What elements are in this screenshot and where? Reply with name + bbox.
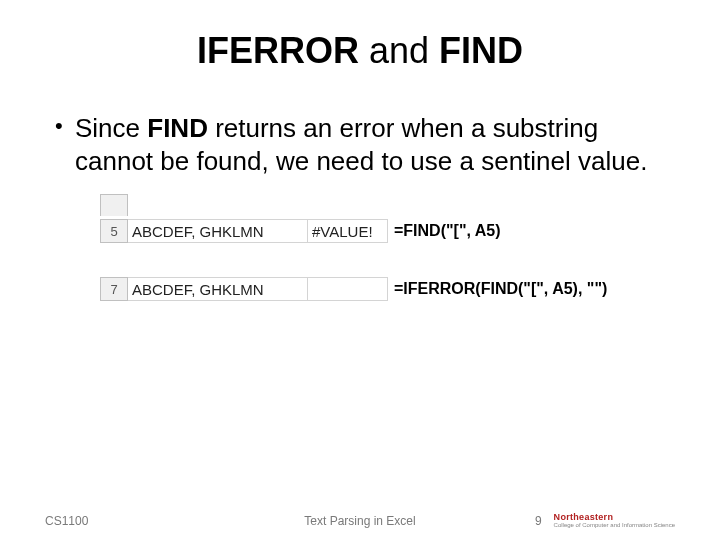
title-bold-2: FIND (439, 30, 523, 71)
cell-b7 (308, 277, 388, 301)
excel-group-1: 5 ABCDEF, GHKLMN #VALUE! =FIND("[", A5) (100, 192, 680, 244)
footer-left: CS1100 (45, 514, 88, 528)
bullet-area: • Since FIND returns an error when a sub… (40, 112, 680, 177)
excel-row-2: 7 ABCDEF, GHKLMN =IFERROR(FIND("[", A5),… (100, 276, 680, 302)
slide: IFERROR and FIND • Since FIND returns an… (0, 0, 720, 540)
excel-row-1: 5 ABCDEF, GHKLMN #VALUE! =FIND("[", A5) (100, 218, 680, 244)
excel-block: 5 ABCDEF, GHKLMN #VALUE! =FIND("[", A5) … (100, 192, 680, 302)
bullet-dot: • (55, 112, 75, 140)
row-number-1: 5 (100, 219, 128, 243)
title-bold-1: IFERROR (197, 30, 359, 71)
logo: Northeastern College of Computer and Inf… (554, 513, 675, 528)
footer-right: 9 Northeastern College of Computer and I… (535, 513, 675, 528)
footer: CS1100 Text Parsing in Excel 9 Northeast… (0, 513, 720, 528)
cell-a7: ABCDEF, GHKLMN (128, 277, 308, 301)
excel-group-2: 7 ABCDEF, GHKLMN =IFERROR(FIND("[", A5),… (100, 276, 680, 302)
corner-cell (100, 194, 128, 216)
page-number: 9 (535, 514, 542, 528)
formula-1: =FIND("[", A5) (394, 222, 501, 240)
row-number-2: 7 (100, 277, 128, 301)
excel-header-row (100, 192, 680, 218)
slide-title: IFERROR and FIND (40, 30, 680, 72)
bullet-pre: Since (75, 113, 147, 143)
cell-b5: #VALUE! (308, 219, 388, 243)
title-mid: and (359, 30, 439, 71)
logo-top: Northeastern (554, 513, 675, 522)
bullet-item: • Since FIND returns an error when a sub… (55, 112, 665, 177)
footer-center: Text Parsing in Excel (304, 514, 415, 528)
logo-bottom: College of Computer and Information Scie… (554, 522, 675, 528)
bullet-bold: FIND (147, 113, 208, 143)
bullet-text: Since FIND returns an error when a subst… (75, 112, 665, 177)
cell-a5: ABCDEF, GHKLMN (128, 219, 308, 243)
formula-2: =IFERROR(FIND("[", A5), "") (394, 280, 607, 298)
